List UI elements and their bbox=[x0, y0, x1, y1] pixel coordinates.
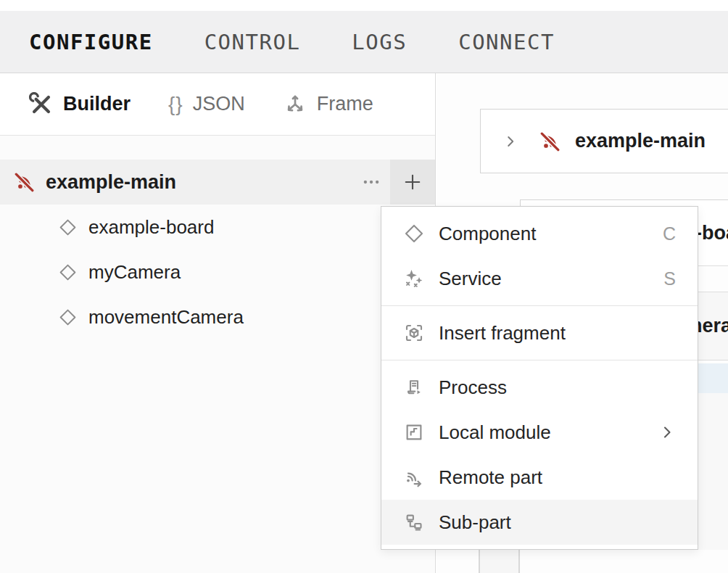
menu-item-label: Service bbox=[439, 268, 663, 290]
tab-builder[interactable]: Builder bbox=[29, 92, 131, 117]
tab-json-label: JSON bbox=[193, 93, 245, 115]
nav-tab-connect[interactable]: CONNECT bbox=[458, 30, 555, 54]
submenu-chevron-icon bbox=[658, 424, 676, 441]
menu-item-sub-part[interactable]: Sub-part bbox=[381, 500, 698, 545]
menu-item-label: Insert fragment bbox=[439, 322, 676, 345]
menu-item-component[interactable]: Component C bbox=[381, 211, 698, 256]
menu-item-label: Remote part bbox=[439, 466, 676, 489]
machine-offline-icon bbox=[537, 128, 563, 154]
view-mode-toolbar: Builder {} JSON Frame bbox=[0, 73, 435, 136]
tree-child-label: example-board bbox=[88, 216, 214, 239]
menu-section: Process Local module Remote part Sub-par… bbox=[381, 360, 698, 549]
menu-item-label: Local module bbox=[439, 421, 658, 444]
add-resource-menu: Component C Service S Insert fragment Pr… bbox=[381, 206, 698, 550]
menu-item-process[interactable]: Process bbox=[381, 365, 698, 410]
tree-row-example-board[interactable]: example-board bbox=[0, 205, 435, 250]
machine-card-example-main[interactable]: example-main bbox=[480, 109, 728, 173]
component-diamond-icon bbox=[403, 223, 425, 244]
tab-json[interactable]: {} JSON bbox=[168, 93, 245, 116]
menu-item-remote-part[interactable]: Remote part bbox=[381, 455, 698, 500]
menu-item-label: Process bbox=[439, 376, 676, 399]
axes-icon bbox=[283, 92, 307, 117]
tree-row-example-main[interactable]: example-main bbox=[0, 160, 435, 205]
braces-icon: {} bbox=[168, 93, 183, 116]
fragment-cube-icon bbox=[403, 322, 425, 344]
tree-row-movementcamera[interactable]: movementCamera bbox=[0, 294, 435, 339]
card-edge-line bbox=[479, 550, 480, 573]
add-resource-button[interactable] bbox=[390, 160, 435, 205]
tab-frame-label: Frame bbox=[317, 93, 373, 115]
tree-machine-label: example-main bbox=[46, 171, 176, 194]
component-diamond-icon bbox=[58, 263, 78, 282]
shortcut-hint: S bbox=[663, 268, 676, 289]
card-edge-line bbox=[518, 550, 520, 573]
builder-side-panel: Builder {} JSON Frame example-main examp… bbox=[0, 73, 436, 573]
more-options-button[interactable] bbox=[352, 160, 390, 205]
process-icon bbox=[403, 376, 425, 398]
service-sparkles-icon bbox=[403, 268, 425, 289]
menu-section: Component C Service S bbox=[381, 207, 698, 305]
tree-child-label: myCamera bbox=[88, 261, 181, 284]
menu-item-label: Sub-part bbox=[439, 511, 676, 534]
shortcut-hint: C bbox=[663, 223, 676, 244]
card-fragment-band bbox=[480, 550, 518, 573]
component-diamond-icon bbox=[58, 308, 78, 327]
chevron-right-icon[interactable] bbox=[502, 133, 518, 149]
menu-item-insert-fragment[interactable]: Insert fragment bbox=[381, 310, 698, 355]
menu-item-label: Component bbox=[439, 223, 663, 245]
machine-tree: example-main example-board myCamera move… bbox=[0, 160, 435, 339]
tools-icon bbox=[29, 92, 54, 117]
menu-section: Insert fragment bbox=[381, 306, 698, 360]
tab-frame[interactable]: Frame bbox=[283, 92, 373, 117]
nav-tab-logs[interactable]: LOGS bbox=[352, 30, 407, 54]
remote-part-icon bbox=[403, 466, 425, 488]
tree-row-mycamera[interactable]: myCamera bbox=[0, 250, 435, 294]
component-diamond-icon bbox=[58, 218, 78, 237]
menu-item-service[interactable]: Service S bbox=[381, 256, 698, 301]
tree-child-label: movementCamera bbox=[88, 306, 244, 329]
sub-part-icon bbox=[403, 511, 425, 533]
top-nav-bar: CONFIGURE CONTROL LOGS CONNECT bbox=[0, 11, 728, 73]
menu-item-local-module[interactable]: Local module bbox=[381, 410, 698, 455]
machine-card-title: example-main bbox=[575, 130, 706, 152]
machine-offline-icon bbox=[12, 169, 38, 195]
tab-builder-label: Builder bbox=[63, 93, 131, 115]
nav-tab-control[interactable]: CONTROL bbox=[204, 30, 301, 54]
nav-tab-configure[interactable]: CONFIGURE bbox=[29, 30, 153, 54]
local-module-icon bbox=[403, 421, 425, 443]
